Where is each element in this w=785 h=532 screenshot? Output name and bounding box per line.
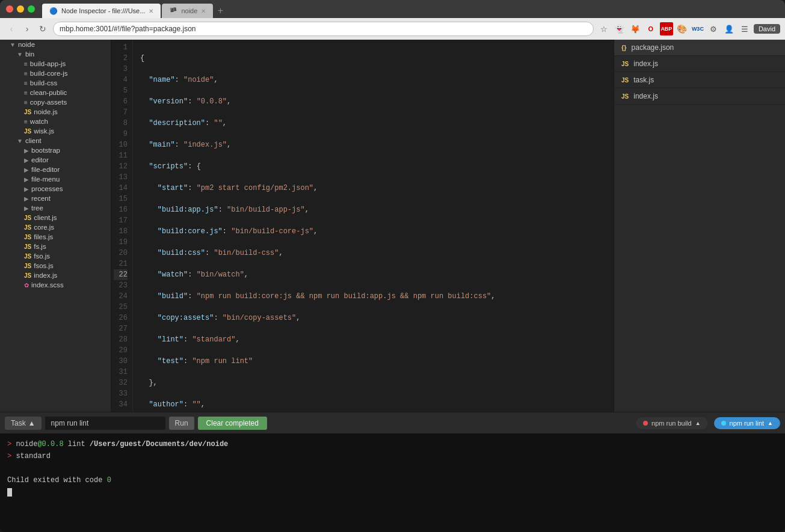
sidebar-item-build-core-js[interactable]: ≡ build-core-js — [0, 69, 111, 78]
task-dropdown-button[interactable]: Task ▲ — [5, 417, 42, 430]
js-file-icon: JS — [24, 128, 31, 135]
sidebar-label: build-css — [30, 79, 57, 87]
sidebar-item-clean-public[interactable]: ≡ clean-public — [0, 88, 111, 97]
js-file-icon: JS — [24, 243, 31, 250]
sidebar-item-processes[interactable]: ▶ processes — [0, 184, 111, 194]
minimize-button[interactable] — [17, 5, 24, 13]
ghost-icon[interactable]: 👻 — [613, 22, 626, 35]
folder-icon: ▶ — [24, 195, 29, 202]
terminal-text: standard — [16, 452, 51, 460]
maximize-button[interactable] — [28, 5, 35, 13]
sidebar-item-editor[interactable]: ▶ editor — [0, 155, 111, 165]
sidebar-item-copy-assets[interactable]: ≡ copy-assets — [0, 97, 111, 107]
sidebar-item-watch[interactable]: ≡ watch — [0, 117, 111, 126]
abp-icon[interactable]: ABP — [660, 22, 673, 35]
code-content[interactable]: { "name": "noide", "version": "0.0.8", "… — [133, 40, 614, 412]
sidebar-item-index-js[interactable]: JS index.js — [0, 271, 111, 280]
sidebar-item-files-js[interactable]: JS files.js — [0, 232, 111, 242]
right-panel-item-index-js-2[interactable]: JS index.js — [614, 88, 785, 105]
sidebar-label: wisk.js — [34, 127, 54, 135]
tab-close-2[interactable]: ✕ — [201, 8, 206, 14]
task-input[interactable] — [45, 417, 165, 430]
sidebar-label: core.js — [34, 224, 54, 231]
js-file-icon: JS — [24, 263, 31, 269]
sidebar-item-client-js[interactable]: JS client.js — [0, 213, 111, 222]
menu-icon[interactable]: ☰ — [738, 22, 751, 35]
sidebar-item-fsos-js[interactable]: JS fsos.js — [0, 261, 111, 271]
task-dropdown-icon: ▲ — [28, 419, 35, 427]
right-panel-item-task-js[interactable]: JS task.js — [614, 72, 785, 88]
sidebar-item-core-js[interactable]: JS core.js — [0, 222, 111, 232]
terminal-line-output: Child exited with code 0 — [7, 474, 778, 486]
sidebar-item-build-css[interactable]: ≡ build-css — [0, 78, 111, 88]
json-icon: {} — [621, 44, 627, 51]
new-tab-button[interactable]: + — [213, 4, 227, 18]
terminal-blank-line — [7, 462, 778, 474]
sidebar-item-fso-js[interactable]: JS fso.js — [0, 251, 111, 261]
folder-icon: ▶ — [24, 147, 29, 154]
terminal-line-1: > noide@0.0.8 lint /Users/guest/Document… — [7, 438, 778, 450]
sidebar-item-noide[interactable]: ▼ noide — [0, 40, 111, 49]
sidebar-label: file-editor — [31, 166, 60, 173]
sidebar-item-wisk-js[interactable]: JS wisk.js — [0, 126, 111, 136]
w3c-icon[interactable]: W3C — [691, 22, 704, 35]
js-file-icon: JS — [24, 272, 31, 279]
sidebar: ▼ noide ▼ bin ≡ build-app-js ≡ build-cor… — [0, 40, 111, 412]
sidebar-item-noide-js[interactable]: JS noide.js — [0, 107, 111, 117]
file-icon: ≡ — [24, 61, 28, 67]
settings-icon[interactable]: ⚙ — [707, 22, 720, 35]
sidebar-item-build-app-js[interactable]: ≡ build-app-js — [0, 59, 111, 69]
sidebar-item-client[interactable]: ▼ client — [0, 136, 111, 145]
reload-button[interactable]: ↻ — [36, 22, 49, 35]
task-tab-npm-build[interactable]: npm run build ▲ — [636, 417, 708, 429]
color-icon[interactable]: 🎨 — [676, 22, 689, 35]
js-file-icon: JS — [24, 215, 31, 221]
sidebar-item-fs-js[interactable]: JS fs.js — [0, 242, 111, 251]
right-panel-item-package-json[interactable]: {} package.json — [614, 40, 785, 56]
sidebar-label: watch — [30, 118, 48, 125]
sidebar-item-tree[interactable]: ▶ tree — [0, 203, 111, 213]
traffic-lights[interactable] — [6, 5, 35, 13]
folder-icon: ▶ — [24, 176, 29, 183]
sidebar-item-bin[interactable]: ▼ bin — [0, 49, 111, 59]
sidebar-item-file-editor[interactable]: ▶ file-editor — [0, 165, 111, 174]
run-button[interactable]: Run — [169, 417, 194, 430]
task-label: Task — [11, 419, 26, 427]
sidebar-item-bootstrap[interactable]: ▶ bootstrap — [0, 145, 111, 155]
forward-button[interactable]: › — [20, 22, 34, 35]
sidebar-label: noide — [18, 41, 35, 48]
close-button[interactable] — [6, 5, 13, 13]
sidebar-item-index-scss[interactable]: ✿ index.scss — [0, 280, 111, 290]
sidebar-item-file-menu[interactable]: ▶ file-menu — [0, 174, 111, 184]
sidebar-label: client — [25, 137, 42, 144]
code-editor-area: 123 456 789 101112 131415 161718 192021 … — [111, 40, 614, 412]
bookmark-icon[interactable]: ☆ — [597, 22, 611, 35]
tab-close-1[interactable]: ✕ — [149, 8, 153, 14]
window-chrome: 🔵 Node Inspector - file:///Use... ✕ 🏴 no… — [0, 0, 785, 18]
sidebar-item-recent[interactable]: ▶ recent — [0, 194, 111, 203]
clear-completed-button[interactable]: Clear completed — [198, 417, 267, 430]
terminal[interactable]: > noide@0.0.8 lint /Users/guest/Document… — [0, 433, 785, 532]
back-button[interactable]: ‹ — [5, 22, 18, 35]
firefox-icon[interactable]: 🦊 — [629, 22, 642, 35]
opera-icon[interactable]: O — [644, 22, 657, 35]
sidebar-label: tree — [31, 204, 43, 212]
js-file-icon: JS — [24, 253, 31, 260]
tab-node-inspector[interactable]: 🔵 Node Inspector - file:///Use... ✕ — [42, 4, 161, 18]
code-editor[interactable]: 123 456 789 101112 131415 161718 192021 … — [111, 40, 614, 412]
sidebar-label: build-core-js — [30, 70, 68, 77]
profile-button[interactable]: David — [754, 24, 780, 34]
right-panel-label: package.json — [632, 43, 674, 52]
terminal-prompt: > — [7, 452, 11, 460]
sidebar-label: fs.js — [34, 243, 46, 250]
task-tab-npm-lint[interactable]: npm run lint ▲ — [714, 417, 780, 429]
address-bar[interactable]: mbp.home:3001/#!/file?path=package.json — [53, 22, 594, 36]
terminal-cursor — [7, 488, 12, 497]
user-icon[interactable]: 👤 — [722, 22, 736, 35]
right-panel-label: index.js — [633, 92, 658, 100]
tab-noide[interactable]: 🏴 noide ✕ — [162, 4, 213, 18]
right-panel-label: task.js — [633, 76, 654, 84]
tab-label-1: Node Inspector - file:///Use... — [61, 7, 145, 14]
folder-icon: ▶ — [24, 186, 29, 192]
right-panel-item-index-js-1[interactable]: JS index.js — [614, 56, 785, 72]
